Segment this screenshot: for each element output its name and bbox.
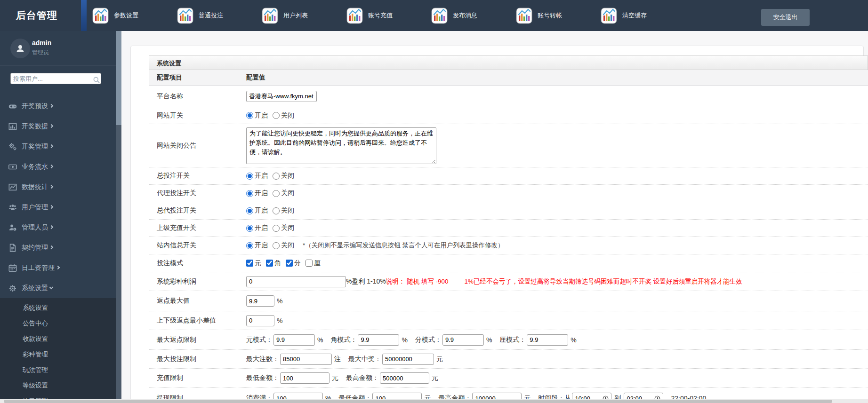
row-value: % bbox=[246, 315, 868, 326]
radio-on[interactable] bbox=[246, 112, 253, 119]
field-unit: % bbox=[402, 336, 407, 344]
search-icon[interactable] bbox=[93, 76, 100, 84]
radio-on[interactable] bbox=[246, 190, 253, 197]
radio-option-off-agent-bet-switch[interactable]: 关闭 bbox=[273, 189, 294, 198]
radio-option-on-parent-recharge-switch[interactable]: 开启 bbox=[246, 224, 268, 232]
sidebar-subitem-2[interactable]: 公告中心 bbox=[0, 316, 116, 331]
input-max-bet-limit-2[interactable] bbox=[382, 354, 434, 365]
input-platform-name[interactable] bbox=[246, 91, 317, 102]
sidebar-item-admin-staff[interactable]: 管理人员 bbox=[0, 217, 116, 237]
row-value: 开启关闭 bbox=[246, 172, 868, 180]
checkbox-option-3[interactable]: 分 bbox=[286, 259, 301, 268]
radio-option-on-site-message-switch[interactable]: 开启 bbox=[246, 241, 268, 250]
row-value: 开启关闭 bbox=[246, 189, 868, 198]
horizontal-scrollbar-thumb[interactable] bbox=[4, 400, 832, 403]
input-recharge-limit-1[interactable] bbox=[280, 372, 330, 384]
sidebar-item-system-settings[interactable]: 系统设置 bbox=[0, 278, 116, 298]
input-system-lottery-profit[interactable] bbox=[246, 276, 346, 287]
textarea-site-close-notice[interactable]: 为了能让您访问更快更稳定，同时为您提供更高品质的服务，正在维护系统。因此目前的网… bbox=[246, 127, 436, 164]
calendar-icon bbox=[8, 264, 17, 272]
field-unit: % bbox=[486, 336, 492, 344]
radio-on[interactable] bbox=[246, 242, 253, 249]
sidebar-subitem-4[interactable]: 彩种管理 bbox=[0, 347, 116, 362]
checkbox[interactable] bbox=[246, 260, 253, 267]
sidebar-item-data-stats[interactable]: 数据统计 bbox=[0, 177, 116, 197]
row-label: 代理投注开关 bbox=[149, 189, 246, 198]
radio-option-off-total-bet-switch[interactable]: 关闭 bbox=[273, 172, 294, 180]
radio-off[interactable] bbox=[273, 207, 280, 214]
sidebar-subitem-1[interactable]: 系统设置 bbox=[0, 300, 116, 316]
table-row-agent-bet-switch: 代理投注开关开启关闭 bbox=[149, 185, 868, 202]
checkbox-option-4[interactable]: 厘 bbox=[305, 259, 321, 268]
sidebar-scrollbar-thumb[interactable] bbox=[116, 31, 121, 125]
table-row-recharge-limit: 充值限制最低金额：元最高金额：元 bbox=[149, 369, 868, 388]
sidebar-scrollbar[interactable] bbox=[116, 31, 121, 399]
input-max-rebate-limit-3[interactable] bbox=[442, 334, 484, 346]
radio-option-on-agent-bet-switch[interactable]: 开启 bbox=[246, 189, 268, 198]
logout-button[interactable]: 安全退出 bbox=[761, 9, 810, 26]
sidebar-item-contract-manage[interactable]: 契约管理 bbox=[0, 237, 116, 258]
radio-off[interactable] bbox=[273, 173, 280, 180]
radio-option-on-general-agent-bet-switch[interactable]: 开启 bbox=[246, 206, 268, 215]
sidebar-item-lottery-manage[interactable]: 开奖管理 bbox=[0, 136, 116, 157]
money-icon bbox=[8, 163, 17, 171]
row-label: 上下级返点最小差值 bbox=[149, 316, 246, 325]
radio-off[interactable] bbox=[273, 225, 280, 232]
sidebar-item-user-manage[interactable]: 用户管理 bbox=[0, 197, 116, 217]
checkbox-option-2[interactable]: 角 bbox=[266, 259, 281, 268]
table-rows: 平台名称网站开关开启关闭网站关闭公告为了能让您访问更快更稳定，同时为您提供更高品… bbox=[149, 86, 868, 403]
sidebar-item-business-flow[interactable]: 业务流水 bbox=[0, 157, 116, 177]
checkbox[interactable] bbox=[286, 260, 293, 267]
chart-icon bbox=[346, 8, 363, 24]
gears-icon bbox=[8, 142, 17, 151]
input-rebate-min-diff[interactable] bbox=[246, 315, 274, 326]
settings-table: 系统设置 配置项目 配置值 平台名称网站开关开启关闭网站关闭公告为了能让您访问更… bbox=[149, 55, 868, 403]
radio-off[interactable] bbox=[273, 112, 280, 119]
row-value: 最低金额：元最高金额：元 bbox=[246, 372, 868, 384]
horizontal-scrollbar[interactable] bbox=[0, 399, 868, 403]
radio-label: 关闭 bbox=[281, 224, 294, 232]
topbar-nav-item-2[interactable]: 普通投注 bbox=[177, 0, 223, 31]
input-rebate-max[interactable] bbox=[246, 295, 274, 307]
input-max-bet-limit-1[interactable] bbox=[280, 354, 332, 365]
checkbox[interactable] bbox=[305, 260, 313, 267]
radio-on[interactable] bbox=[246, 207, 253, 214]
radio-on[interactable] bbox=[246, 225, 253, 232]
topbar-nav-item-7[interactable]: 清空缓存 bbox=[601, 0, 647, 31]
table-row-bet-mode: 投注模式元角分厘 bbox=[149, 254, 868, 272]
sidebar-subitem-6[interactable]: 等级设置 bbox=[0, 378, 116, 393]
radio-option-off-site-switch[interactable]: 关闭 bbox=[273, 111, 294, 120]
topbar-nav-item-6[interactable]: 账号转帐 bbox=[516, 0, 562, 31]
topbar-nav-item-3[interactable]: 用户列表 bbox=[262, 0, 308, 31]
sidebar-item-lottery-data[interactable]: 开奖数据 bbox=[0, 116, 116, 136]
topbar-nav-item-5[interactable]: 发布消息 bbox=[431, 0, 477, 31]
search-input[interactable] bbox=[10, 73, 101, 84]
chart-icon bbox=[92, 8, 109, 24]
sidebar-subitem-3[interactable]: 收款设置 bbox=[0, 331, 116, 347]
radio-option-on-site-switch[interactable]: 开启 bbox=[246, 111, 268, 120]
radio-option-on-total-bet-switch[interactable]: 开启 bbox=[246, 172, 268, 180]
radio-option-off-site-message-switch[interactable]: 关闭 bbox=[273, 241, 294, 250]
radio-option-off-parent-recharge-switch[interactable]: 关闭 bbox=[273, 224, 294, 232]
sidebar-item-daily-wage[interactable]: 日工资管理 bbox=[0, 258, 116, 278]
checkbox-label: 角 bbox=[274, 259, 281, 268]
radio-on[interactable] bbox=[246, 173, 253, 180]
sidebar-item-label: 日工资管理 bbox=[22, 264, 55, 272]
topbar: 后台管理 参数设置 普通投注 用户列表 账号充值 发布消息 账号转帐 清空缓存 … bbox=[0, 0, 868, 31]
topbar-nav-item-4[interactable]: 账号充值 bbox=[346, 0, 393, 31]
main-content: 系统设置 配置项目 配置值 平台名称网站开关开启关闭网站关闭公告为了能让您访问更… bbox=[121, 31, 868, 399]
input-max-rebate-limit-1[interactable] bbox=[273, 334, 315, 346]
sidebar-subitem-5[interactable]: 玩法管理 bbox=[0, 362, 116, 378]
radio-option-off-general-agent-bet-switch[interactable]: 关闭 bbox=[273, 206, 294, 215]
checkbox-option-1[interactable]: 元 bbox=[246, 259, 261, 268]
checkbox[interactable] bbox=[266, 260, 273, 267]
sidebar-item-lottery-preset[interactable]: 开奖预设 bbox=[0, 96, 116, 116]
radio-off[interactable] bbox=[273, 242, 280, 249]
chevron-right-icon bbox=[49, 104, 53, 108]
row-value: 最大注数：注最大中奖：元 bbox=[246, 354, 868, 365]
input-max-rebate-limit-2[interactable] bbox=[358, 334, 399, 346]
input-recharge-limit-2[interactable] bbox=[380, 372, 429, 384]
input-max-rebate-limit-4[interactable] bbox=[527, 334, 568, 346]
topbar-nav-item-1[interactable]: 参数设置 bbox=[92, 0, 138, 31]
radio-off[interactable] bbox=[273, 190, 280, 197]
